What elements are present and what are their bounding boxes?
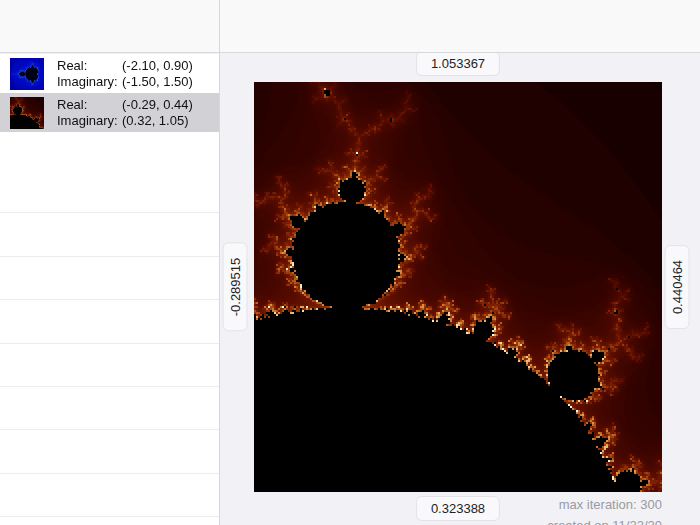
imaginary-label: Imaginary: — [57, 113, 122, 129]
imaginary-max-label[interactable]: 1.053367 — [416, 51, 500, 76]
real-label: Real: — [57, 58, 122, 74]
app-window: 8:39 AMSun Nov 22 100% — [0, 0, 700, 525]
top-bar — [0, 0, 700, 53]
list-item-text: Real: (-0.29, 0.44) Imaginary: (0.32, 1.… — [57, 97, 193, 129]
real-value: (-2.10, 0.90) — [122, 58, 193, 74]
sidebar: Real: (-2.10, 0.90) Imaginary: (-1.50, 1… — [0, 54, 219, 525]
imaginary-label: Imaginary: — [57, 74, 122, 90]
created-on-text: created on 11/22/20 — [547, 518, 662, 525]
imaginary-value: (0.32, 1.05) — [122, 113, 189, 129]
sidebar-empty-rows — [0, 170, 219, 525]
sidebar-divider — [219, 0, 220, 525]
fractal-viewer[interactable] — [254, 82, 662, 492]
real-max-label[interactable]: 0.440464 — [665, 245, 690, 329]
fractal-thumbnail-blue — [10, 58, 44, 90]
list-item-text: Real: (-2.10, 0.90) Imaginary: (-1.50, 1… — [57, 58, 193, 90]
fractal-list-item-1[interactable]: Real: (-2.10, 0.90) Imaginary: (-1.50, 1… — [0, 54, 219, 93]
fractal-thumbnail-red — [10, 97, 44, 129]
max-iteration-text: max iteration: 300 — [559, 497, 662, 512]
real-label: Real: — [57, 97, 122, 113]
real-value: (-0.29, 0.44) — [122, 97, 193, 113]
real-min-label[interactable]: -0.289515 — [223, 243, 248, 332]
imaginary-min-label[interactable]: 0.323388 — [416, 496, 500, 521]
fractal-list-item-2[interactable]: Real: (-0.29, 0.44) Imaginary: (0.32, 1.… — [0, 93, 219, 132]
imaginary-value: (-1.50, 1.50) — [122, 74, 193, 90]
